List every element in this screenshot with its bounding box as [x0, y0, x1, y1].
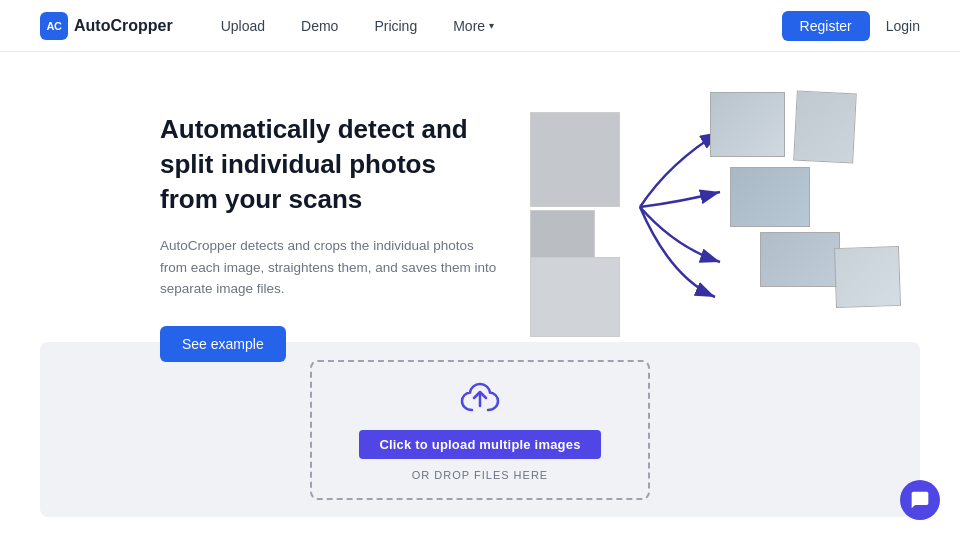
logo-text: AutoCropper: [74, 17, 173, 35]
nav-upload[interactable]: Upload: [221, 18, 265, 34]
nav-demo[interactable]: Demo: [301, 18, 338, 34]
upload-section: Click to upload multiple images OR DROP …: [40, 342, 920, 517]
nav-links: Upload Demo Pricing More ▾: [221, 18, 782, 34]
chevron-down-icon: ▾: [489, 20, 494, 31]
chat-icon: [910, 490, 930, 510]
login-button[interactable]: Login: [886, 18, 920, 34]
source-photo-under: [530, 257, 620, 337]
source-photo-main: [530, 112, 620, 207]
hero-description: AutoCropper detects and crops the indivi…: [160, 235, 500, 300]
upload-button[interactable]: Click to upload multiple images: [359, 430, 600, 459]
navbar: AC AutoCropper Upload Demo Pricing More …: [0, 0, 960, 52]
chat-button[interactable]: [900, 480, 940, 520]
see-example-button[interactable]: See example: [160, 326, 286, 362]
hero-section: Automatically detect and split individua…: [0, 52, 960, 342]
cloud-upload-icon: [456, 378, 504, 420]
nav-more-dropdown[interactable]: More ▾: [453, 18, 494, 34]
nav-actions: Register Login: [782, 11, 920, 41]
output-photo-5: [834, 246, 901, 308]
nav-more-label: More: [453, 18, 485, 34]
output-photo-1: [710, 92, 785, 157]
drop-files-label: OR DROP FILES HERE: [412, 469, 548, 481]
register-button[interactable]: Register: [782, 11, 870, 41]
output-photo-2: [793, 90, 857, 163]
hero-image-area: [520, 92, 920, 322]
logo-icon: AC: [40, 12, 68, 40]
output-photo-4: [760, 232, 840, 287]
hero-title: Automatically detect and split individua…: [160, 112, 500, 217]
nav-pricing[interactable]: Pricing: [374, 18, 417, 34]
output-photos: [650, 92, 900, 322]
upload-dropzone[interactable]: Click to upload multiple images OR DROP …: [310, 360, 650, 500]
logo-link[interactable]: AC AutoCropper: [40, 12, 173, 40]
output-photo-3: [730, 167, 810, 227]
hero-text-block: Automatically detect and split individua…: [160, 92, 500, 362]
